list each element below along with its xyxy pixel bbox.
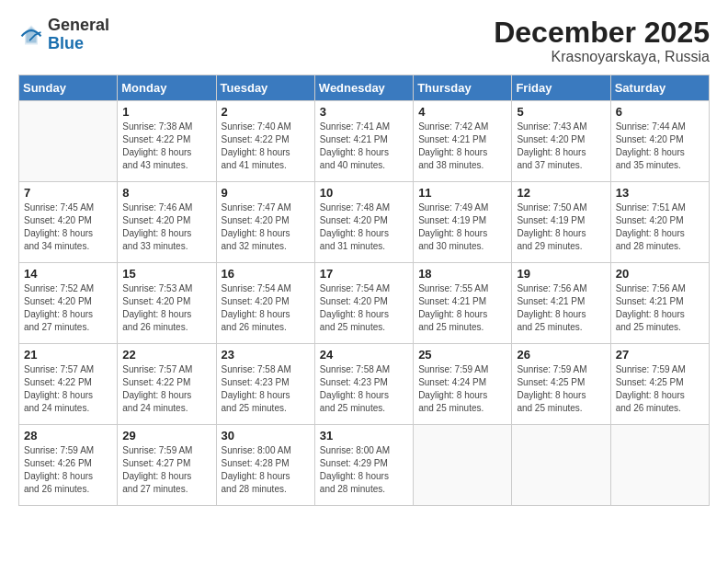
- table-row: 18Sunrise: 7:55 AM Sunset: 4:21 PM Dayli…: [414, 263, 512, 344]
- header-thursday: Thursday: [414, 75, 512, 101]
- day-number: 17: [320, 267, 408, 281]
- day-info: Sunrise: 8:00 AM Sunset: 4:28 PM Dayligh…: [222, 444, 310, 496]
- day-number: 9: [222, 186, 310, 200]
- day-number: 3: [320, 105, 408, 119]
- day-info: Sunrise: 7:59 AM Sunset: 4:26 PM Dayligh…: [24, 444, 112, 496]
- table-row: 30Sunrise: 8:00 AM Sunset: 4:28 PM Dayli…: [216, 425, 314, 506]
- table-row: 2Sunrise: 7:40 AM Sunset: 4:22 PM Daylig…: [216, 101, 314, 182]
- day-info: Sunrise: 7:44 AM Sunset: 4:20 PM Dayligh…: [616, 121, 704, 172]
- day-number: 27: [616, 348, 704, 362]
- header-wednesday: Wednesday: [314, 75, 413, 101]
- day-info: Sunrise: 7:54 AM Sunset: 4:20 PM Dayligh…: [222, 282, 310, 334]
- day-number: 1: [122, 105, 210, 119]
- logo-blue-text: Blue: [48, 34, 84, 52]
- day-number: 10: [320, 186, 408, 200]
- page-title: December 2025: [494, 17, 710, 49]
- table-row: 9Sunrise: 7:47 AM Sunset: 4:20 PM Daylig…: [216, 182, 314, 263]
- day-number: 31: [320, 429, 408, 442]
- day-info: Sunrise: 7:51 AM Sunset: 4:20 PM Dayligh…: [616, 201, 704, 253]
- calendar-week-row: 1Sunrise: 7:38 AM Sunset: 4:22 PM Daylig…: [19, 101, 710, 182]
- table-row: 15Sunrise: 7:53 AM Sunset: 4:20 PM Dayli…: [118, 263, 216, 344]
- day-number: 25: [418, 348, 506, 362]
- table-row: 1Sunrise: 7:38 AM Sunset: 4:22 PM Daylig…: [118, 101, 216, 182]
- day-info: Sunrise: 7:56 AM Sunset: 4:21 PM Dayligh…: [616, 282, 704, 334]
- day-number: 7: [24, 186, 112, 200]
- day-number: 24: [320, 348, 408, 362]
- calendar-table: Sunday Monday Tuesday Wednesday Thursday…: [18, 75, 710, 506]
- table-row: 12Sunrise: 7:50 AM Sunset: 4:19 PM Dayli…: [512, 182, 610, 263]
- page-container: General Blue December 2025 Krasnoyarskay…: [0, 0, 728, 563]
- day-info: Sunrise: 7:40 AM Sunset: 4:22 PM Dayligh…: [222, 121, 310, 172]
- table-row: 16Sunrise: 7:54 AM Sunset: 4:20 PM Dayli…: [216, 263, 314, 344]
- table-row: 3Sunrise: 7:41 AM Sunset: 4:21 PM Daylig…: [314, 101, 413, 182]
- table-row: 24Sunrise: 7:58 AM Sunset: 4:23 PM Dayli…: [314, 344, 413, 425]
- title-block: December 2025 Krasnoyarskaya, Russia: [494, 17, 710, 65]
- day-number: 30: [222, 429, 310, 442]
- day-info: Sunrise: 7:54 AM Sunset: 4:20 PM Dayligh…: [320, 282, 408, 334]
- table-row: 25Sunrise: 7:59 AM Sunset: 4:24 PM Dayli…: [414, 344, 512, 425]
- calendar-week-row: 28Sunrise: 7:59 AM Sunset: 4:26 PM Dayli…: [19, 425, 710, 506]
- day-number: 28: [24, 429, 112, 442]
- day-info: Sunrise: 7:59 AM Sunset: 4:24 PM Dayligh…: [418, 363, 506, 415]
- table-row: [512, 425, 610, 506]
- calendar-week-row: 14Sunrise: 7:52 AM Sunset: 4:20 PM Dayli…: [19, 263, 710, 344]
- day-info: Sunrise: 7:59 AM Sunset: 4:27 PM Dayligh…: [122, 444, 210, 496]
- calendar-header-row: Sunday Monday Tuesday Wednesday Thursday…: [19, 75, 710, 101]
- logo-icon: [18, 22, 44, 48]
- table-row: 28Sunrise: 7:59 AM Sunset: 4:26 PM Dayli…: [19, 425, 118, 506]
- day-info: Sunrise: 7:45 AM Sunset: 4:20 PM Dayligh…: [24, 201, 112, 253]
- day-info: Sunrise: 7:57 AM Sunset: 4:22 PM Dayligh…: [122, 363, 210, 415]
- day-info: Sunrise: 7:42 AM Sunset: 4:21 PM Dayligh…: [418, 121, 506, 172]
- table-row: 27Sunrise: 7:59 AM Sunset: 4:25 PM Dayli…: [610, 344, 709, 425]
- day-info: Sunrise: 8:00 AM Sunset: 4:29 PM Dayligh…: [320, 444, 408, 496]
- header-tuesday: Tuesday: [216, 75, 314, 101]
- day-number: 18: [418, 267, 506, 281]
- table-row: 7Sunrise: 7:45 AM Sunset: 4:20 PM Daylig…: [19, 182, 118, 263]
- table-row: 23Sunrise: 7:58 AM Sunset: 4:23 PM Dayli…: [216, 344, 314, 425]
- logo: General Blue: [18, 17, 109, 53]
- day-info: Sunrise: 7:43 AM Sunset: 4:20 PM Dayligh…: [517, 121, 605, 172]
- day-number: 20: [616, 267, 704, 281]
- table-row: 10Sunrise: 7:48 AM Sunset: 4:20 PM Dayli…: [314, 182, 413, 263]
- day-info: Sunrise: 7:49 AM Sunset: 4:19 PM Dayligh…: [418, 201, 506, 253]
- page-subtitle: Krasnoyarskaya, Russia: [494, 49, 710, 65]
- day-number: 16: [222, 267, 310, 281]
- header-saturday: Saturday: [610, 75, 709, 101]
- day-number: 15: [122, 267, 210, 281]
- day-number: 5: [517, 105, 605, 119]
- calendar-week-row: 7Sunrise: 7:45 AM Sunset: 4:20 PM Daylig…: [19, 182, 710, 263]
- table-row: [414, 425, 512, 506]
- header: General Blue December 2025 Krasnoyarskay…: [18, 17, 710, 65]
- day-number: 8: [122, 186, 210, 200]
- day-number: 14: [24, 267, 112, 281]
- day-number: 26: [517, 348, 605, 362]
- day-number: 29: [122, 429, 210, 442]
- table-row: 11Sunrise: 7:49 AM Sunset: 4:19 PM Dayli…: [414, 182, 512, 263]
- day-info: Sunrise: 7:38 AM Sunset: 4:22 PM Dayligh…: [122, 121, 210, 172]
- day-info: Sunrise: 7:56 AM Sunset: 4:21 PM Dayligh…: [517, 282, 605, 334]
- day-number: 21: [24, 348, 112, 362]
- header-sunday: Sunday: [19, 75, 118, 101]
- logo-general-text: General: [48, 16, 109, 34]
- day-info: Sunrise: 7:47 AM Sunset: 4:20 PM Dayligh…: [222, 201, 310, 253]
- day-info: Sunrise: 7:50 AM Sunset: 4:19 PM Dayligh…: [517, 201, 605, 253]
- table-row: 29Sunrise: 7:59 AM Sunset: 4:27 PM Dayli…: [118, 425, 216, 506]
- header-monday: Monday: [118, 75, 216, 101]
- day-info: Sunrise: 7:57 AM Sunset: 4:22 PM Dayligh…: [24, 363, 112, 415]
- header-friday: Friday: [512, 75, 610, 101]
- day-info: Sunrise: 7:41 AM Sunset: 4:21 PM Dayligh…: [320, 121, 408, 172]
- table-row: 17Sunrise: 7:54 AM Sunset: 4:20 PM Dayli…: [314, 263, 413, 344]
- table-row: 22Sunrise: 7:57 AM Sunset: 4:22 PM Dayli…: [118, 344, 216, 425]
- day-info: Sunrise: 7:55 AM Sunset: 4:21 PM Dayligh…: [418, 282, 506, 334]
- day-info: Sunrise: 7:48 AM Sunset: 4:20 PM Dayligh…: [320, 201, 408, 253]
- calendar-week-row: 21Sunrise: 7:57 AM Sunset: 4:22 PM Dayli…: [19, 344, 710, 425]
- day-info: Sunrise: 7:59 AM Sunset: 4:25 PM Dayligh…: [517, 363, 605, 415]
- table-row: 31Sunrise: 8:00 AM Sunset: 4:29 PM Dayli…: [314, 425, 413, 506]
- table-row: 5Sunrise: 7:43 AM Sunset: 4:20 PM Daylig…: [512, 101, 610, 182]
- day-number: 6: [616, 105, 704, 119]
- day-number: 11: [418, 186, 506, 200]
- day-info: Sunrise: 7:52 AM Sunset: 4:20 PM Dayligh…: [24, 282, 112, 334]
- day-number: 2: [222, 105, 310, 119]
- day-info: Sunrise: 7:58 AM Sunset: 4:23 PM Dayligh…: [320, 363, 408, 415]
- table-row: [610, 425, 709, 506]
